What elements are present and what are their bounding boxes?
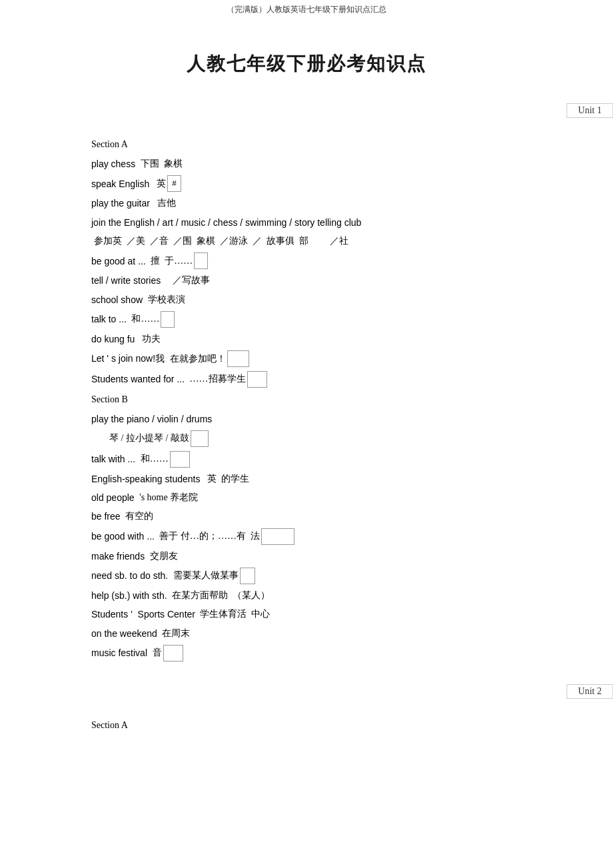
section-b-title: Section B [91, 394, 613, 405]
vocab-en: on the weekend [91, 626, 157, 641]
list-item: speak English 英 # [91, 175, 613, 192]
vocab-en: school show [91, 292, 143, 307]
unit1-label: Unit 1 [567, 103, 613, 118]
vocab-en: help (sb.) with sth. [91, 588, 167, 603]
vocab-en: play the piano / violin / drums [91, 412, 212, 426]
highlight-box [194, 252, 208, 269]
vocab-en: music festival [91, 646, 147, 660]
vocab-zh: 英 的学生 [203, 472, 249, 486]
vocab-en: tell / write stories [91, 273, 161, 288]
list-item: join the English / art / music / chess /… [91, 215, 613, 230]
list-item: help (sb.) with sth. 在某方面帮助 （某人） [91, 588, 613, 603]
vocab-zh: ……招募学生 [187, 372, 246, 386]
unit1-label-wrap: Unit 1 [0, 97, 613, 130]
vocab-zh: 参加英 ／美 ／音 ／围 象棋 ／游泳 ／ 故事俱 部 ／社 [94, 234, 348, 248]
highlight-box [261, 528, 295, 545]
vocab-en: play the guitar [91, 196, 150, 211]
section-a-title: Section A [91, 139, 613, 150]
vocab-en: do kung fu [91, 332, 135, 346]
vocab-zh: 在某方面帮助 （某人） [170, 588, 271, 603]
vocab-zh: 下围 象棋 [138, 157, 183, 171]
unit2-label: Unit 2 [567, 684, 613, 699]
vocab-zh: 有空的 [123, 509, 154, 524]
list-item: music festival 音 [91, 645, 613, 661]
list-item: do kung fu 功夫 [91, 332, 613, 346]
highlight-box [240, 568, 256, 584]
unit2-label-wrap: Unit 2 [0, 677, 613, 711]
vocab-zh: 吉他 [153, 196, 176, 211]
vocab-zh: 和…… [129, 312, 160, 326]
list-item: talk with ... 和…… [91, 451, 613, 468]
vocab-zh: 善于 付…的；……有 法 [157, 529, 260, 544]
list-item: need sb. to do sth. 需要某人做某事 [91, 568, 613, 584]
vocab-zh: 擅 于…… [149, 254, 193, 268]
vocab-en: play chess [91, 157, 135, 171]
highlight-box [247, 371, 267, 388]
list-item: old people 's home 养老院 [91, 490, 613, 505]
vocab-zh: 's home 养老院 [137, 490, 199, 505]
list-item: play chess 下围 象棋 [91, 157, 613, 171]
top-bar: （完满版）人教版英语七年级下册知识点汇总 [0, 0, 613, 18]
list-item: talk to ... 和…… [91, 311, 613, 328]
vocab-en: make friends [91, 549, 145, 564]
vocab-en: Let ' s join now!我 在就参加吧！ [91, 351, 226, 366]
vocab-en: need sb. to do sth. [91, 568, 168, 583]
vocab-zh: 琴 / 拉小提琴 / 敲鼓 [109, 431, 189, 446]
vocab-en: Students wanted for ... [91, 372, 185, 386]
highlight-box [170, 451, 190, 468]
list-item: 参加英 ／美 ／音 ／围 象棋 ／游泳 ／ 故事俱 部 ／社 [91, 234, 613, 248]
vocab-zh: 和…… [138, 452, 169, 466]
vocab-en: talk with ... [91, 452, 135, 466]
vocab-zh: 学生体育活 中心 [198, 607, 271, 622]
main-title: 人教七年级下册必考知识点 [0, 51, 613, 77]
highlight-box [227, 350, 250, 367]
vocab-en: be good with ... [91, 529, 155, 544]
list-item: Students wanted for ... ……招募学生 [91, 371, 613, 388]
list-item: Students ' Sports Center 学生体育活 中心 [91, 607, 613, 622]
list-item: tell / write stories ／写故事 [91, 273, 613, 288]
list-item: be good at ... 擅 于…… [91, 252, 613, 269]
highlight-box: # [167, 175, 181, 192]
highlight-box [161, 311, 175, 328]
list-item: be good with ... 善于 付…的；……有 法 [91, 528, 613, 545]
vocab-zh: 功夫 [137, 332, 161, 346]
vocab-zh: 在周末 [160, 626, 191, 641]
vocab-en: old people [91, 490, 135, 505]
vocab-zh: 音 [150, 646, 162, 660]
list-item: play the piano / violin / drums [91, 412, 613, 426]
vocab-zh: 学校表演 [145, 292, 185, 307]
vocab-en: be free [91, 509, 121, 524]
vocab-en: speak English [91, 177, 149, 191]
list-item: be free 有空的 [91, 509, 613, 524]
page-container: （完满版）人教版英语七年级下册知识点汇总 人教七年级下册必考知识点 Unit 1… [0, 0, 613, 764]
vocab-en: talk to ... [91, 312, 127, 326]
list-item: on the weekend 在周末 [91, 626, 613, 641]
vocab-zh: 英 [152, 177, 166, 191]
highlight-box [163, 645, 183, 661]
vocab-zh: 需要某人做某事 [171, 568, 239, 583]
top-bar-label: （完满版）人教版英语七年级下册知识点汇总 [227, 5, 386, 14]
list-item: play the guitar 吉他 [91, 196, 613, 211]
list-item: school show 学校表演 [91, 292, 613, 307]
highlight-box [191, 430, 209, 447]
list-item: 琴 / 拉小提琴 / 敲鼓 [107, 430, 613, 447]
list-item: Let ' s join now!我 在就参加吧！ [91, 350, 613, 367]
vocab-zh: 交朋友 [147, 549, 178, 564]
list-item: English-speaking students 英 的学生 [91, 472, 613, 486]
vocab-en: English-speaking students [91, 472, 200, 486]
vocab-zh: ／写故事 [163, 273, 210, 288]
vocab-en: join the English / art / music / chess /… [91, 215, 361, 230]
vocab-en: Students ' Sports Center [91, 607, 195, 622]
list-item: make friends 交朋友 [91, 549, 613, 564]
vocab-en: be good at ... [91, 254, 146, 268]
section-a2-title: Section A [91, 720, 613, 731]
